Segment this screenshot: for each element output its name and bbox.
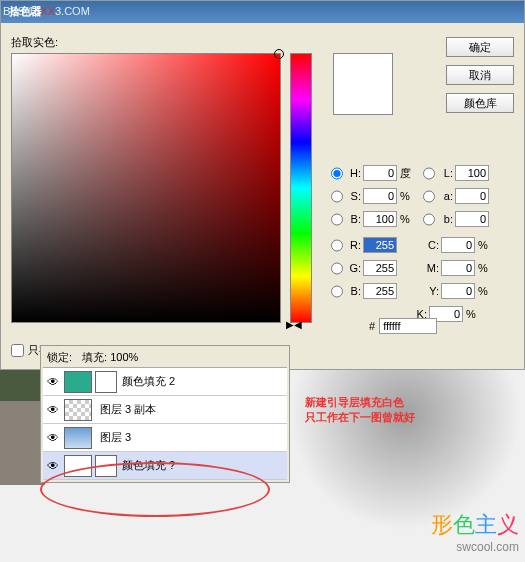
b-radio[interactable]	[331, 213, 343, 226]
web-only-checkbox[interactable]	[11, 344, 24, 357]
cancel-button[interactable]: 取消	[446, 65, 514, 85]
numeric-inputs: H: 度 L: S: % a: B: %	[331, 163, 521, 327]
layer-thumbnail[interactable]	[64, 427, 92, 449]
b-rgb-radio[interactable]	[331, 285, 343, 298]
pick-color-label: 拾取实色:	[11, 35, 58, 50]
layer-thumbnail[interactable]	[64, 455, 92, 477]
watermark: BBS.16XX3.COM	[3, 3, 90, 18]
lab-b-input[interactable]	[455, 211, 489, 227]
layer-row[interactable]: 👁 图层 3	[43, 424, 287, 452]
layer-row[interactable]: 👁 图层 3 副本	[43, 396, 287, 424]
layer-thumbnail[interactable]	[64, 399, 92, 421]
layer-name[interactable]: 图层 3	[95, 430, 131, 445]
s-input[interactable]	[363, 188, 397, 204]
layer-mask[interactable]	[95, 455, 117, 477]
g-radio[interactable]	[331, 262, 343, 275]
footer-logo: 形色主义 swcool.com	[431, 510, 519, 554]
hex-row: #	[369, 318, 437, 334]
color-picker-dialog: 拾色器 BBS.16XX3.COM 拾取实色: ▶◀ 确定 取消 颜色库 H: …	[0, 0, 525, 370]
layers-panel-header: 锁定: 填充: 100%	[43, 348, 287, 368]
layer-name[interactable]: 图层 3 副本	[95, 402, 156, 417]
layers-panel: 锁定: 填充: 100% 👁 颜色填充 2 👁 图层 3 副本 👁 图层 3 👁…	[40, 345, 290, 483]
h-label: H:	[345, 167, 361, 179]
c-input[interactable]	[441, 237, 475, 253]
h-input[interactable]	[363, 165, 397, 181]
r-input[interactable]	[363, 237, 397, 253]
visibility-icon[interactable]: 👁	[45, 403, 61, 417]
color-preview	[333, 53, 393, 115]
layer-row[interactable]: 👁 颜色填充 ?	[43, 452, 287, 480]
h-radio[interactable]	[331, 167, 343, 180]
visibility-icon[interactable]: 👁	[45, 459, 61, 473]
a-radio[interactable]	[423, 190, 435, 203]
color-library-button[interactable]: 颜色库	[446, 93, 514, 113]
visibility-icon[interactable]: 👁	[45, 375, 61, 389]
y-input[interactable]	[441, 283, 475, 299]
a-input[interactable]	[455, 188, 489, 204]
lab-b-radio[interactable]	[423, 213, 435, 226]
l-input[interactable]	[455, 165, 489, 181]
layer-thumbnail[interactable]	[64, 371, 92, 393]
hex-input[interactable]	[379, 318, 437, 334]
color-field-marker[interactable]	[274, 49, 284, 59]
layer-name[interactable]: 颜色填充 2	[117, 374, 175, 389]
b-hsb-input[interactable]	[363, 211, 397, 227]
ok-button[interactable]: 确定	[446, 37, 514, 57]
annotation-text: 新建引导层填充白色 只工作在下一图曾就好	[305, 395, 415, 425]
layer-mask[interactable]	[95, 371, 117, 393]
layer-name[interactable]: 颜色填充 ?	[117, 458, 175, 473]
hue-strip[interactable]	[290, 53, 312, 323]
r-radio[interactable]	[331, 239, 343, 252]
l-label: L:	[437, 167, 453, 179]
s-radio[interactable]	[331, 190, 343, 203]
b-rgb-input[interactable]	[363, 283, 397, 299]
hue-slider-arrow[interactable]: ▶◀	[286, 319, 302, 330]
m-input[interactable]	[441, 260, 475, 276]
layer-row[interactable]: 👁 颜色填充 2	[43, 368, 287, 396]
l-radio[interactable]	[423, 167, 435, 180]
color-field[interactable]	[11, 53, 281, 323]
visibility-icon[interactable]: 👁	[45, 431, 61, 445]
g-input[interactable]	[363, 260, 397, 276]
